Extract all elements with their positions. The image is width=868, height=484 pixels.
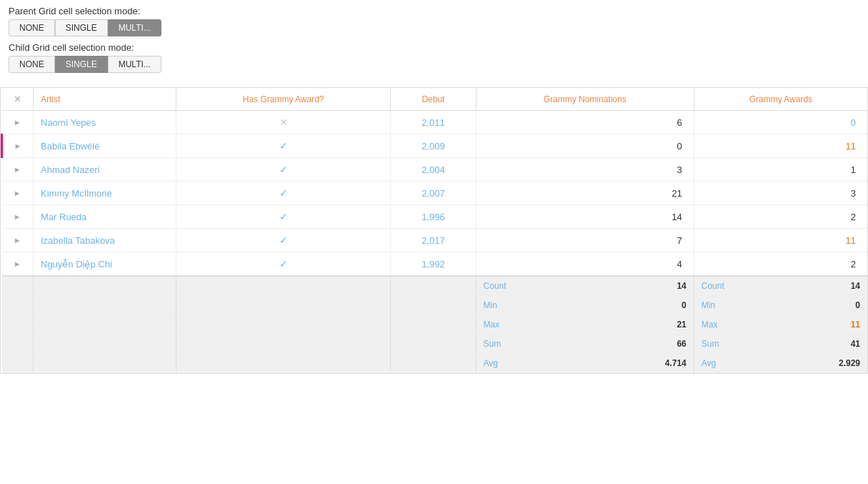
parent-multi-button[interactable]: MULTI...	[108, 19, 161, 36]
expand-icon[interactable]: ►	[14, 236, 21, 245]
award-min-value: 0	[855, 300, 860, 310]
expand-cell[interactable]: ►	[2, 205, 34, 229]
grammy-award-col-header[interactable]: Has Grammy Award?	[176, 88, 391, 111]
expand-cell[interactable]: ►	[2, 182, 34, 205]
parent-single-button[interactable]: SINGLE	[55, 19, 108, 36]
check-icon: ✓	[279, 258, 288, 270]
debut-cell: 1,992	[391, 252, 476, 277]
nominations-cell: 21	[476, 182, 694, 205]
debut-col-header[interactable]: Debut	[391, 88, 476, 111]
awards-cell: 11	[694, 134, 867, 158]
summary-empty7	[176, 296, 391, 315]
table-row: ► Naomí Yepes ✕ 2,011 6 0	[2, 111, 868, 134]
expand-icon[interactable]: ►	[14, 189, 21, 197]
summary-empty2	[34, 276, 176, 296]
child-multi-button[interactable]: MULTI...	[108, 56, 161, 73]
artist-cell: Naomí Yepes	[34, 111, 176, 134]
table-row: ► Kimmy McIlmorie ✓ 2,007 21 3	[2, 182, 868, 205]
summary-min-row: Min 0 Min 0	[2, 296, 868, 315]
debut-cell: 2,017	[391, 229, 476, 252]
expand-icon[interactable]: ►	[14, 165, 21, 174]
artist-cell: Ahmad Nazeri	[34, 158, 176, 182]
parent-grid-buttons: NONE SINGLE MULTI...	[9, 19, 859, 36]
summary-sum-row: Sum 66 Sum 41	[2, 335, 868, 354]
grammy-cell: ✓	[176, 205, 391, 229]
nom-avg-value: 4.714	[665, 358, 687, 368]
summary-empty12	[391, 315, 476, 335]
table-row: ► Babila Ebwélé ✓ 2,009 0 11	[2, 134, 868, 158]
summary-empty3	[176, 276, 391, 296]
awards-cell: 11	[694, 229, 867, 252]
parent-none-button[interactable]: NONE	[9, 19, 55, 36]
nom-min-label: Min	[484, 300, 502, 310]
summary-empty6	[34, 296, 176, 315]
check-icon: ✓	[279, 164, 288, 175]
summary-empty19	[176, 354, 391, 373]
nom-min-value: 0	[682, 300, 687, 310]
expand-icon[interactable]: ►	[14, 212, 21, 221]
summary-award-max: Max 11	[694, 315, 867, 335]
nominations-cell: 4	[476, 252, 694, 277]
award-max-label: Max	[702, 320, 722, 330]
summary-empty15	[176, 335, 391, 354]
check-icon: ✓	[279, 211, 288, 222]
award-sum-value: 41	[851, 339, 860, 349]
summary-empty4	[391, 276, 476, 296]
expand-icon[interactable]: ►	[14, 260, 21, 268]
debut-cell: 1,996	[391, 205, 476, 229]
awards-col-header[interactable]: Grammy Awards	[694, 88, 867, 111]
child-none-button[interactable]: NONE	[9, 56, 55, 73]
summary-empty14	[34, 335, 176, 354]
debut-cell: 2,004	[391, 158, 476, 182]
expand-cell[interactable]: ►	[2, 134, 34, 158]
expand-cell[interactable]: ►	[2, 229, 34, 252]
awards-cell: 3	[694, 182, 867, 205]
awards-cell: 1	[694, 158, 867, 182]
award-count-value: 14	[851, 281, 860, 291]
grammy-cell: ✓	[176, 158, 391, 182]
expand-cell[interactable]: ►	[2, 252, 34, 277]
grammy-cell: ✓	[176, 252, 391, 277]
summary-empty5	[2, 296, 34, 315]
collapse-all-icon[interactable]: ✕	[14, 94, 21, 104]
nominations-cell: 14	[476, 205, 694, 229]
summary-empty9	[2, 315, 34, 335]
check-icon: ✓	[279, 140, 288, 152]
child-grid-label: Child Grid cell selection mode:	[9, 42, 859, 53]
artist-col-header[interactable]: Artist	[34, 88, 176, 111]
nom-count-value: 14	[677, 281, 686, 291]
expand-cell[interactable]: ►	[2, 158, 34, 182]
summary-award-avg: Avg 2.929	[694, 354, 867, 373]
child-single-button[interactable]: SINGLE	[55, 56, 108, 73]
awards-cell: 2	[694, 252, 867, 277]
expand-cell[interactable]: ►	[2, 111, 34, 134]
check-icon: ✓	[279, 187, 288, 199]
grammy-cell: ✓	[176, 182, 391, 205]
summary-empty17	[2, 354, 34, 373]
table-row: ► Mar Rueda ✓ 1,996 14 2	[2, 205, 868, 229]
nominations-col-header[interactable]: Grammy Nominations	[476, 88, 694, 111]
nom-max-value: 21	[677, 320, 686, 330]
summary-empty10	[34, 315, 176, 335]
expand-col-header: ✕	[2, 88, 34, 111]
artist-cell: Kimmy McIlmorie	[34, 182, 176, 205]
grammy-cell: ✓	[176, 229, 391, 252]
award-max-value: 11	[851, 320, 860, 330]
nom-count-label: Count	[484, 281, 511, 291]
summary-nom-min: Min 0	[476, 296, 694, 315]
expand-icon[interactable]: ►	[14, 118, 21, 127]
award-avg-value: 2.929	[839, 358, 860, 368]
table-row: ► Nguyễn Diệp Chi ✓ 1,992 4 2	[2, 252, 868, 277]
nominations-cell: 6	[476, 111, 694, 134]
summary-max-row: Max 21 Max 11	[2, 315, 868, 335]
child-grid-buttons: NONE SINGLE MULTI...	[9, 56, 859, 73]
parent-grid-label: Parent Grid cell selection mode:	[9, 6, 859, 16]
debut-cell: 2,011	[391, 111, 476, 134]
award-avg-label: Avg	[702, 358, 720, 368]
summary-award-min: Min 0	[694, 296, 867, 315]
grammy-cell: ✕	[176, 111, 391, 134]
top-controls: Parent Grid cell selection mode: NONE SI…	[0, 0, 868, 84]
expand-icon[interactable]: ►	[14, 142, 22, 150]
nom-max-label: Max	[484, 320, 504, 330]
summary-nom-avg: Avg 4.714	[476, 354, 694, 373]
